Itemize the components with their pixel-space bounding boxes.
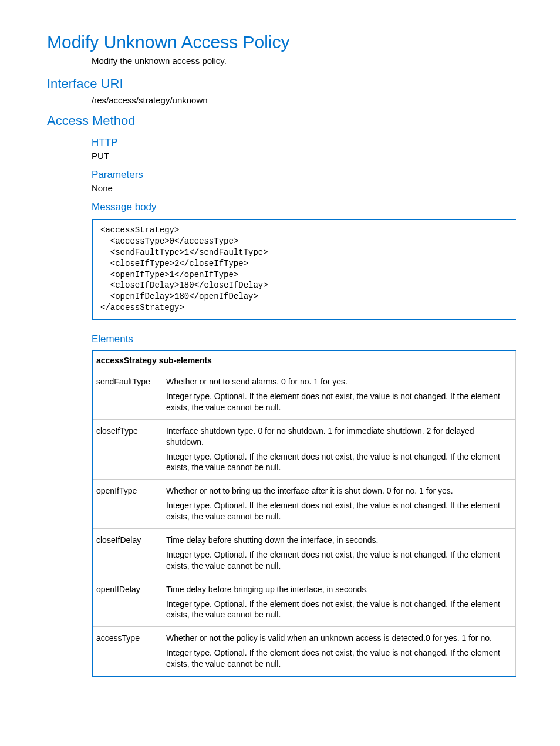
elements-heading: Elements (92, 333, 516, 345)
http-value: PUT (92, 151, 516, 161)
element-desc: Whether or not to bring up the interface… (163, 480, 516, 529)
element-desc: Time delay before shutting down the inte… (163, 529, 516, 578)
element-name: closeIfDelay (92, 529, 163, 578)
interface-uri-heading: Interface URI (47, 76, 516, 92)
element-name: closeIfType (92, 419, 163, 480)
element-desc: Whether or not to send alarms. 0 for no.… (163, 370, 516, 420)
element-name: accessType (92, 627, 163, 676)
table-row: openIfType Whether or not to bring up th… (92, 480, 516, 529)
element-desc: Time delay before bringing up the interf… (163, 578, 516, 627)
element-desc: Interface shutdown type. 0 for no shutdo… (163, 419, 516, 480)
table-row: openIfDelay Time delay before bringing u… (92, 578, 516, 627)
message-body-code: <accessStrategy> <accessType>0</accessTy… (92, 219, 516, 320)
element-desc: Whether or not the policy is valid when … (163, 627, 516, 676)
parameters-heading: Parameters (92, 169, 516, 181)
interface-uri-value: /res/access/strategy/unknown (92, 95, 516, 105)
table-row: sendFaultType Whether or not to send ala… (92, 370, 516, 420)
intro-text: Modify the unknown access policy. (92, 56, 516, 66)
element-name: openIfType (92, 480, 163, 529)
page-title: Modify Unknown Access Policy (47, 32, 516, 52)
access-method-heading: Access Method (47, 113, 516, 129)
element-name: openIfDelay (92, 578, 163, 627)
table-row: accessType Whether or not the policy is … (92, 627, 516, 676)
table-row: closeIfType Interface shutdown type. 0 f… (92, 419, 516, 480)
table-row: closeIfDelay Time delay before shutting … (92, 529, 516, 578)
message-body-heading: Message body (92, 201, 516, 213)
http-heading: HTTP (92, 137, 516, 148)
elements-table-header: accessStrategy sub-elements (92, 350, 516, 370)
elements-table: accessStrategy sub-elements sendFaultTyp… (92, 350, 516, 677)
element-name: sendFaultType (92, 370, 163, 420)
parameters-value: None (92, 183, 516, 193)
